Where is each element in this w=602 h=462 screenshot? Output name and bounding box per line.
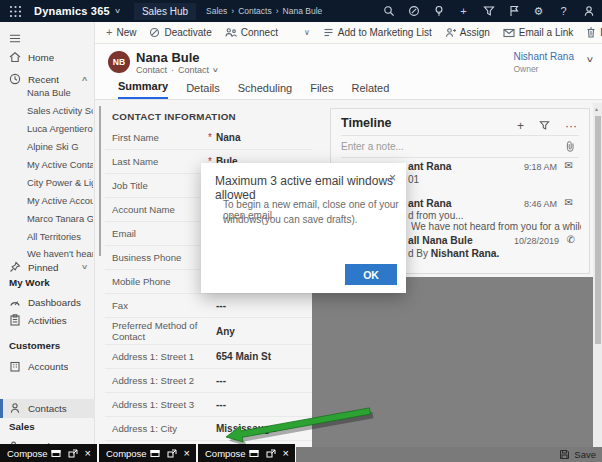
owner-field[interactable]: Nishant Rana Owner — [513, 51, 574, 74]
timeline-more-icon[interactable]: ··· — [565, 120, 577, 132]
restore-window-icon[interactable] — [249, 444, 259, 462]
popout-window-icon[interactable] — [167, 444, 177, 462]
tab-files[interactable]: Files — [310, 82, 333, 99]
avatar: NB — [108, 51, 130, 73]
field-fax[interactable]: Fax--- — [105, 294, 312, 318]
popout-window-icon[interactable] — [266, 444, 276, 462]
sidebar-item-accounts[interactable]: Accounts — [0, 358, 95, 374]
paperclip-icon[interactable] — [565, 139, 575, 157]
hub-name[interactable]: Sales Hub — [134, 3, 196, 20]
tab-related[interactable]: Related — [351, 82, 389, 99]
recent-item[interactable]: My Active Contacts — [27, 158, 93, 172]
recent-item[interactable]: Luca Argentiero — [27, 122, 93, 136]
restore-window-icon[interactable] — [51, 444, 61, 462]
tab-details[interactable]: Details — [186, 82, 220, 99]
popout-window-icon[interactable] — [68, 444, 78, 462]
chevron-down-icon: ∨ — [304, 29, 310, 37]
app-chevron-down-icon[interactable]: ∨ — [114, 7, 121, 15]
field-preferred-method[interactable]: Preferred Method of ContactAny — [105, 318, 312, 345]
owner-name-link[interactable]: Nishant Rana — [513, 51, 574, 62]
close-icon[interactable]: × — [85, 448, 91, 459]
field-address1-street2[interactable]: Address 1: Street 2--- — [105, 369, 312, 393]
user-icon[interactable] — [582, 5, 595, 18]
tab-scheduling[interactable]: Scheduling — [238, 82, 292, 99]
connect-button[interactable]: Connect — [225, 27, 278, 38]
add-record-plus-icon[interactable]: + — [517, 120, 524, 132]
field-address1-street1[interactable]: Address 1: Street 1654 Main St — [105, 345, 312, 369]
close-icon[interactable]: × — [283, 448, 289, 459]
recent-item[interactable]: All Territories — [27, 230, 93, 244]
compass-icon[interactable] — [407, 5, 420, 18]
quick-create-plus-icon[interactable]: + — [457, 5, 470, 18]
assign-icon — [445, 27, 456, 38]
sidebar-item-contacts[interactable]: Contacts — [0, 400, 95, 416]
timeline-entry-text: We have not heard from you for a while. … — [411, 221, 581, 232]
recent-item[interactable]: My Active Accounts — [27, 194, 93, 208]
compose-window-1[interactable]: Compose × — [0, 444, 97, 462]
restore-window-icon[interactable] — [150, 444, 160, 462]
save-button[interactable]: Save — [574, 449, 596, 460]
search-icon[interactable] — [382, 5, 395, 18]
recent-item[interactable]: City Power & Ligh... — [27, 176, 93, 190]
field-address1-street3[interactable]: Address 1: Street 3--- — [105, 393, 312, 417]
sidebar-collapse-button[interactable] — [0, 30, 95, 46]
close-icon[interactable]: × — [389, 171, 396, 185]
timeline-entry-text: d By Nishant Rana. — [408, 248, 499, 259]
connect-icon — [225, 27, 237, 38]
form-scrollbar-thumb[interactable] — [99, 106, 101, 256]
breadcrumb-record[interactable]: Nana Bule — [283, 6, 323, 16]
compose-window-3[interactable]: Compose × — [198, 444, 295, 462]
field-first-name[interactable]: First Name*Nana — [105, 126, 312, 150]
field-address1-city[interactable]: Address 1: CityMississauga — [105, 417, 312, 441]
scroll-up-arrow-icon[interactable]: ▲ — [594, 106, 599, 112]
timeline-entry-title[interactable]: all Nana Bule — [408, 235, 473, 246]
sidebar-item-home[interactable]: Home — [0, 49, 95, 65]
chevron-up-icon[interactable]: ∧ — [81, 75, 89, 83]
deactivate-button[interactable]: Deactivate — [149, 27, 211, 38]
timeline-entry-title[interactable]: ant Rana — [408, 161, 452, 172]
help-icon[interactable]: ? — [557, 5, 570, 18]
required-asterisk: * — [204, 132, 216, 143]
scrollbar-thumb[interactable] — [595, 116, 601, 344]
email-a-link-button[interactable]: Email a Link — [503, 27, 573, 38]
page-scrollbar[interactable]: ▲ — [593, 103, 602, 447]
filter-icon[interactable] — [482, 5, 495, 18]
sidebar-item-activities[interactable]: Activities — [0, 312, 95, 328]
gear-icon[interactable]: ⚙ — [532, 5, 545, 18]
close-icon[interactable]: × — [184, 448, 190, 459]
new-button[interactable]: +New — [106, 27, 136, 38]
command-bar: +New Deactivate Connect ∨ Add to Marketi… — [95, 22, 602, 44]
chevron-down-icon[interactable]: ∨ — [81, 263, 89, 271]
recent-item[interactable]: Sales Activity Soci... — [27, 104, 93, 118]
recent-item[interactable]: Alpine Ski G — [27, 140, 93, 154]
connect-dropdown-chevron[interactable]: ∨ — [304, 29, 310, 37]
note-input[interactable]: Enter a note... — [341, 141, 404, 152]
tab-summary[interactable]: Summary — [118, 80, 168, 99]
recent-item[interactable]: Nana Bule — [27, 86, 93, 100]
breadcrumb-contacts[interactable]: Contacts — [238, 6, 272, 16]
lightbulb-icon[interactable] — [432, 5, 445, 18]
clock-icon — [9, 73, 21, 85]
record-subtitle: Contact · Contact ∨ — [136, 65, 218, 75]
breadcrumb-sales[interactable]: Sales — [206, 6, 227, 16]
delete-button[interactable]: Delete — [586, 27, 602, 38]
sidebar-section-customers: Customers — [9, 340, 60, 351]
form-tabs: Summary Details Scheduling Files Related — [95, 78, 602, 100]
flag-icon[interactable] — [507, 5, 520, 18]
person-icon — [9, 402, 21, 414]
sidebar-item-dashboards[interactable]: Dashboards — [0, 294, 95, 310]
app-title[interactable]: Dynamics 365 — [34, 5, 110, 17]
recent-item[interactable]: Marco Tanara G — [27, 212, 93, 226]
sidebar-item-pinned[interactable]: Pinned ∨ — [0, 259, 95, 275]
ok-button[interactable]: OK — [345, 264, 397, 285]
waffle-icon[interactable] — [9, 5, 22, 18]
sidebar-item-recent[interactable]: Recent ∧ — [0, 71, 95, 87]
add-to-marketing-list-button[interactable]: Add to Marketing List — [323, 27, 432, 38]
timeline-filter-icon[interactable] — [539, 117, 550, 135]
compose-window-2[interactable]: Compose × — [99, 444, 196, 462]
timeline-entry-title[interactable]: ant Rana — [408, 198, 452, 209]
email-icon: ✉ — [565, 198, 573, 208]
divider — [341, 157, 579, 158]
header-chevron-down-icon[interactable]: ∨ — [586, 55, 595, 64]
assign-button[interactable]: Assign — [445, 27, 490, 38]
